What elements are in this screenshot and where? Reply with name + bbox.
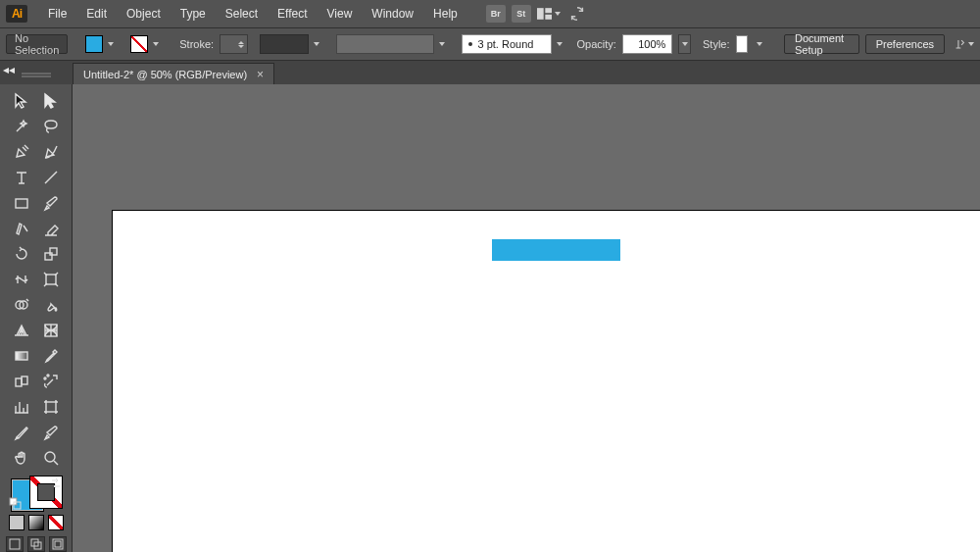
swap-fill-stroke[interactable] — [49, 477, 63, 490]
canvas-area[interactable] — [73, 84, 980, 552]
variable-width-profile[interactable] — [336, 34, 434, 54]
sync-settings-icon[interactable] — [566, 3, 588, 25]
drawn-rectangle[interactable] — [492, 239, 620, 261]
stroke-swatch-dropdown[interactable] — [148, 35, 164, 53]
workspace — [0, 84, 980, 552]
blend-tool[interactable] — [7, 369, 36, 394]
selection-tool[interactable] — [7, 88, 36, 114]
menu-file[interactable]: File — [39, 3, 75, 25]
svg-rect-12 — [16, 352, 27, 360]
tools-panel-grip[interactable] — [4, 69, 69, 82]
tools-panel — [0, 84, 73, 552]
arrange-documents-button[interactable] — [537, 5, 561, 23]
artboard-tool[interactable] — [36, 394, 66, 420]
app-logo[interactable]: Ai — [6, 5, 27, 23]
line-segment-tool[interactable] — [36, 165, 66, 190]
svg-rect-8 — [46, 275, 56, 284]
eyedropper-tool[interactable] — [36, 343, 66, 369]
rectangle-tool[interactable] — [7, 190, 36, 216]
brush-definition-dropdown[interactable] — [260, 34, 309, 54]
dot-icon — [468, 42, 472, 46]
zoom-tool[interactable] — [36, 445, 66, 471]
menu-window[interactable]: Window — [363, 3, 422, 25]
paintbrush-tool[interactable] — [36, 190, 66, 216]
svg-rect-17 — [46, 402, 56, 412]
symbol-sprayer-tool[interactable] — [36, 369, 66, 394]
fill-swatch[interactable] — [85, 35, 103, 53]
shaper-tool[interactable] — [7, 216, 36, 241]
document-tab[interactable]: Untitled-2* @ 50% (RGB/Preview) × — [73, 63, 274, 84]
menu-edit[interactable]: Edit — [77, 3, 116, 25]
style-label: Style: — [703, 38, 730, 50]
menu-view[interactable]: View — [318, 3, 362, 25]
svg-rect-7 — [50, 248, 57, 255]
stroke-weight-field[interactable] — [220, 34, 247, 54]
svg-rect-14 — [22, 376, 27, 384]
fill-swatch-dropdown[interactable] — [103, 35, 119, 53]
artboard[interactable] — [112, 210, 980, 552]
perspective-grid-tool[interactable] — [7, 318, 36, 343]
variable-width-profile-caret[interactable] — [434, 35, 450, 53]
svg-point-16 — [47, 375, 49, 376]
align-panel-toggle[interactable] — [955, 35, 974, 53]
width-tool[interactable] — [7, 267, 36, 292]
bridge-button[interactable]: Br — [486, 5, 506, 23]
color-mode-gradient[interactable] — [28, 515, 44, 530]
lasso-tool[interactable] — [36, 114, 66, 139]
pen-tool[interactable] — [7, 139, 36, 165]
draw-behind[interactable] — [27, 536, 45, 552]
color-mode-none[interactable] — [48, 515, 64, 530]
scale-tool[interactable] — [36, 241, 66, 267]
mesh-tool[interactable] — [36, 318, 66, 343]
default-fill-stroke[interactable] — [9, 497, 23, 511]
svg-point-15 — [44, 377, 46, 379]
screen-mode-row — [6, 536, 67, 552]
document-setup-button[interactable]: Document Setup — [784, 34, 859, 54]
direct-selection-tool[interactable] — [36, 88, 66, 114]
document-tab-close[interactable]: × — [257, 68, 264, 81]
free-transform-tool[interactable] — [36, 267, 66, 292]
graphic-style-swatch[interactable] — [736, 35, 749, 53]
brush-name-text: 3 pt. Round — [478, 38, 534, 50]
eraser-tool[interactable] — [36, 216, 66, 241]
curvature-tool[interactable] — [36, 139, 66, 165]
menu-select[interactable]: Select — [217, 3, 267, 25]
menu-object[interactable]: Object — [118, 3, 170, 25]
gradient-tool[interactable] — [7, 343, 36, 369]
color-mode-solid[interactable] — [9, 515, 24, 530]
menu-effect[interactable]: Effect — [269, 3, 316, 25]
hand-tool[interactable] — [7, 445, 36, 471]
magic-wand-tool[interactable] — [7, 114, 36, 139]
opacity-field[interactable]: 100% — [622, 34, 672, 54]
brush-name-field[interactable]: 3 pt. Round — [462, 34, 552, 54]
menu-help[interactable]: Help — [424, 3, 466, 25]
document-tab-title: Untitled-2* @ 50% (RGB/Preview) — [83, 69, 247, 80]
stroke-swatch[interactable] — [130, 35, 148, 53]
svg-rect-1 — [545, 8, 552, 13]
graphic-style-caret[interactable] — [754, 35, 764, 53]
preferences-button[interactable]: Preferences — [865, 34, 945, 54]
svg-rect-0 — [537, 8, 544, 20]
document-tab-strip: Untitled-2* @ 50% (RGB/Preview) × — [0, 61, 980, 84]
type-tool[interactable] — [7, 165, 36, 190]
svg-rect-5 — [16, 199, 27, 208]
color-mode-row — [9, 515, 64, 530]
draw-normal[interactable] — [6, 536, 24, 552]
opacity-caret[interactable] — [678, 34, 691, 54]
svg-point-18 — [45, 452, 55, 462]
stock-button[interactable]: St — [512, 5, 531, 23]
column-graph-tool[interactable] — [7, 394, 36, 420]
svg-rect-25 — [55, 541, 61, 547]
menu-bar: Ai File Edit Object Type Select Effect V… — [0, 0, 980, 27]
draw-inside[interactable] — [49, 536, 67, 552]
slice-tool[interactable] — [7, 420, 36, 445]
hand-tool-alt[interactable] — [36, 420, 66, 445]
menu-type[interactable]: Type — [172, 3, 215, 25]
shape-builder-tool[interactable] — [7, 292, 36, 318]
brush-definition-caret[interactable] — [309, 35, 324, 53]
selection-indicator[interactable]: No Selection — [6, 34, 68, 54]
brush-name-caret[interactable] — [552, 35, 567, 53]
rotate-tool[interactable] — [7, 241, 36, 267]
stroke-label: Stroke: — [179, 38, 214, 50]
live-paint-bucket-tool[interactable] — [36, 292, 66, 318]
